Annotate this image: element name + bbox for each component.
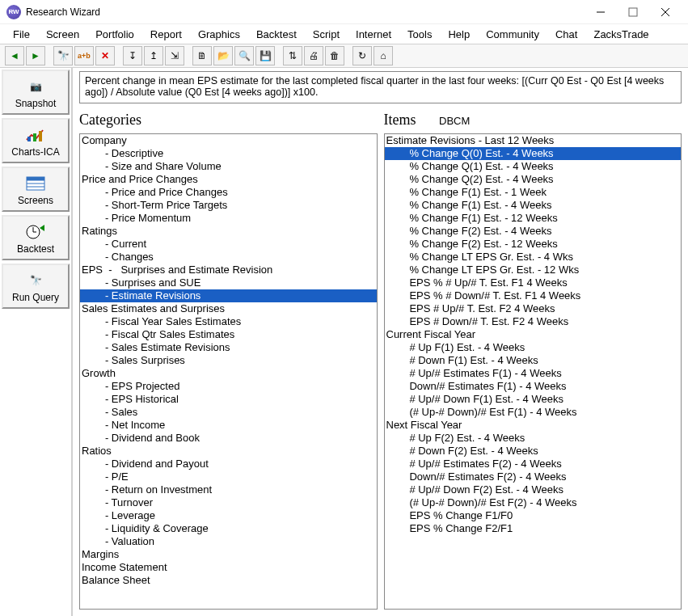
category-row[interactable]: Balance Sheet (80, 574, 377, 587)
menu-file[interactable]: File (6, 27, 36, 42)
category-row[interactable]: - EPS Historical (80, 393, 377, 406)
menu-script[interactable]: Script (306, 27, 346, 42)
item-row[interactable]: # Up F(1) Est. - 4 Weeks (385, 341, 682, 354)
item-row[interactable]: % Change F(1) Est. - 1 Week (385, 186, 682, 199)
item-row[interactable]: EPS % Change F2/F1 (385, 522, 682, 535)
menu-screen[interactable]: Screen (40, 27, 86, 42)
category-row[interactable]: - Valuation (80, 535, 377, 548)
sort-button[interactable]: ⇅ (283, 46, 302, 65)
refresh-button[interactable]: ↻ (352, 46, 372, 65)
formula-button[interactable]: a+b (74, 46, 94, 65)
item-row[interactable]: # Up/# Down F(1) Est. - 4 Weeks (385, 393, 682, 406)
item-row[interactable]: % Change LT EPS Gr. Est. - 4 Wks (385, 251, 682, 264)
menu-graphics[interactable]: Graphics (192, 27, 247, 42)
category-row[interactable]: - Current (80, 238, 377, 251)
menu-chat[interactable]: Chat (549, 27, 584, 42)
find-doc-button[interactable]: 🔍 (234, 46, 254, 65)
forward-button[interactable]: ► (26, 46, 45, 65)
category-row[interactable]: - Descriptive (80, 147, 377, 160)
menu-tools[interactable]: Tools (401, 27, 438, 42)
delete-button[interactable]: ✕ (95, 46, 115, 65)
category-row[interactable]: - EPS Projected (80, 380, 377, 393)
item-row[interactable]: # Down F(2) Est. - 4 Weeks (385, 445, 682, 458)
back-button[interactable]: ◄ (5, 46, 24, 65)
categories-list[interactable]: Company - Descriptive - Size and Share V… (79, 133, 378, 610)
item-row[interactable]: EPS % Change F1/F0 (385, 509, 682, 522)
menu-report[interactable]: Report (144, 27, 188, 42)
menu-backtest[interactable]: Backtest (250, 27, 303, 42)
sidebar-snapshot[interactable]: 📷 Snapshot (2, 70, 70, 115)
category-row[interactable]: - Sales (80, 406, 377, 419)
category-row[interactable]: - Dividend and Payout (80, 458, 377, 470)
category-row[interactable]: - Net Income (80, 419, 377, 432)
item-row[interactable]: (# Up-# Down)/# Est F(2) - 4 Weeks (385, 496, 682, 509)
search-button[interactable]: 🔭 (53, 46, 73, 65)
open-button[interactable]: 📂 (213, 46, 233, 65)
item-row[interactable]: Next Fiscal Year (385, 419, 682, 432)
sidebar-charts[interactable]: Charts-ICA (2, 118, 70, 163)
category-row[interactable]: EPS - Surprises and Estimate Revision (80, 264, 377, 276)
category-row[interactable]: - Sales Estimate Revisions (80, 341, 377, 354)
item-row[interactable]: % Change F(2) Est. - 12 Weeks (385, 238, 682, 251)
item-row[interactable]: # Up F(2) Est. - 4 Weeks (385, 432, 682, 445)
menu-help[interactable]: Help (441, 27, 476, 42)
item-row[interactable]: EPS % # Up/# T. Est. F1 4 Weeks (385, 276, 682, 289)
category-row[interactable]: - Dividend and Book (80, 432, 377, 445)
item-row[interactable]: # Up/# Down F(2) Est. - 4 Weeks (385, 483, 682, 496)
new-doc-button[interactable]: 🗎 (192, 46, 212, 65)
category-row[interactable]: Growth (80, 367, 377, 380)
item-row[interactable]: % Change Q(1) Est. - 4 Weeks (385, 160, 682, 173)
item-row[interactable]: (# Up-# Down)/# Est F(1) - 4 Weeks (385, 406, 682, 419)
menu-community[interactable]: Community (479, 27, 546, 42)
category-row[interactable]: Sales Estimates and Surprises (80, 302, 377, 315)
category-row[interactable]: - Liquidity & Coverage (80, 522, 377, 535)
maximize-button[interactable] (617, 1, 649, 23)
toolbar-action-3[interactable]: ⇲ (165, 46, 184, 65)
item-row[interactable]: Down/# Estimates F(2) - 4 Weeks (385, 470, 682, 483)
sidebar-screens[interactable]: Screens (2, 167, 70, 212)
item-row[interactable]: Current Fiscal Year (385, 328, 682, 341)
item-row[interactable]: % Change LT EPS Gr. Est. - 12 Wks (385, 264, 682, 276)
category-row[interactable]: - Fiscal Year Sales Estimates (80, 315, 377, 328)
category-row[interactable]: Company (80, 134, 377, 147)
category-row[interactable]: - Sales Surprises (80, 354, 377, 367)
item-row[interactable]: # Down F(1) Est. - 4 Weeks (385, 354, 682, 367)
category-row[interactable]: - P/E (80, 470, 377, 483)
menu-portfolio[interactable]: Portfolio (89, 27, 141, 42)
item-row[interactable]: # Up/# Estimates F(2) - 4 Weeks (385, 458, 682, 470)
item-row[interactable]: % Change F(1) Est. - 12 Weeks (385, 212, 682, 225)
item-row[interactable]: % Change Q(0) Est. - 4 Weeks (385, 147, 682, 160)
item-row[interactable]: EPS % # Down/# T. Est. F1 4 Weeks (385, 289, 682, 302)
item-row[interactable]: % Change F(1) Est. - 4 Weeks (385, 199, 682, 212)
category-row[interactable]: - Return on Investment (80, 483, 377, 496)
category-row[interactable]: Ratings (80, 225, 377, 238)
toolbar-action-1[interactable]: ↧ (123, 46, 142, 65)
close-button[interactable] (649, 1, 682, 23)
menu-zackstrade[interactable]: ZacksTrade (587, 27, 655, 42)
items-list[interactable]: Estimate Revisions - Last 12 Weeks % Cha… (384, 133, 682, 610)
print-button[interactable]: 🖨 (304, 46, 323, 65)
category-row[interactable]: - Changes (80, 251, 377, 264)
item-row[interactable]: # Up/# Estimates F(1) - 4 Weeks (385, 367, 682, 380)
item-row[interactable]: Down/# Estimates F(1) - 4 Weeks (385, 380, 682, 393)
category-row[interactable]: Margins (80, 548, 377, 561)
item-row[interactable]: % Change Q(2) Est. - 4 Weeks (385, 173, 682, 186)
sidebar-backtest[interactable]: Backtest (2, 215, 70, 260)
sidebar-runquery[interactable]: 🔭 Run Query (2, 264, 70, 309)
category-row[interactable]: Ratios (80, 445, 377, 458)
category-row[interactable]: - Estimate Revisions (80, 289, 377, 302)
home-button[interactable]: ⌂ (374, 46, 393, 65)
item-row[interactable]: Estimate Revisions - Last 12 Weeks (385, 134, 682, 147)
trash-button[interactable]: 🗑 (325, 46, 344, 65)
category-row[interactable]: Price and Price Changes (80, 173, 377, 186)
toolbar-action-2[interactable]: ↥ (144, 46, 163, 65)
menu-internet[interactable]: Internet (349, 27, 398, 42)
category-row[interactable]: - Surprises and SUE (80, 276, 377, 289)
item-row[interactable]: EPS # Down/# T. Est. F2 4 Weeks (385, 315, 682, 328)
category-row[interactable]: - Short-Term Price Targets (80, 199, 377, 212)
category-row[interactable]: - Size and Share Volume (80, 160, 377, 173)
save-button[interactable]: 💾 (255, 46, 275, 65)
category-row[interactable]: - Turnover (80, 496, 377, 509)
category-row[interactable]: Income Statement (80, 561, 377, 574)
item-row[interactable]: EPS # Up/# T. Est. F2 4 Weeks (385, 302, 682, 315)
